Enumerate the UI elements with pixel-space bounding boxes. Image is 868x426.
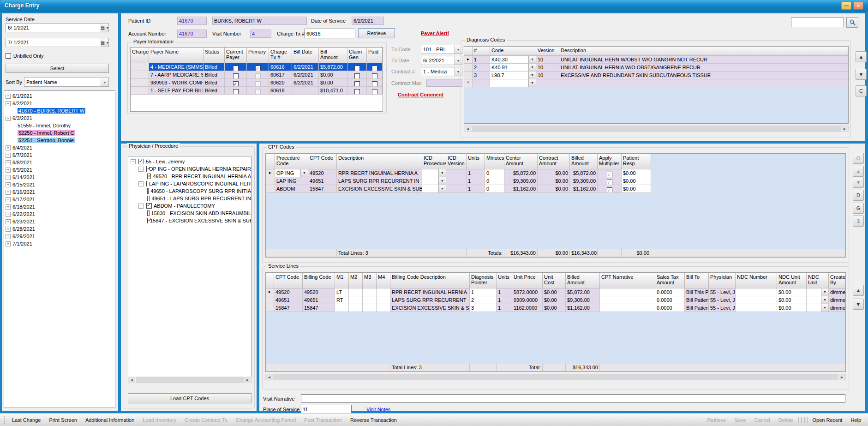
service-m4-cell[interactable] [377,296,390,304]
tree-expand-toggle[interactable]: − [6,116,11,121]
tree-patient-label[interactable]: 41670 - BURKS, ROBERT W [18,108,85,114]
service-m2-cell[interactable] [349,304,363,312]
service-m4-cell[interactable] [377,304,390,312]
tree-expand-toggle[interactable]: + [6,234,11,239]
tree-expand-toggle[interactable]: + [6,197,11,202]
cpt-row[interactable]: ABDOM15847EXCISION EXCESSIVE SKIN & SUB▼… [266,185,845,193]
service-m2-cell[interactable] [349,288,363,296]
visit-notes-link[interactable]: Visit Notes [366,407,390,412]
load-cpt-codes-button[interactable]: Load CPT Codes [128,393,251,403]
service-m1-cell[interactable] [335,304,349,312]
service-ndc_amt-cell[interactable]: $0.00 [777,296,807,304]
current-payer-checkbox[interactable] [233,81,239,87]
procedure-tree-node[interactable]: 15830 - EXCISION SKIN ABD INFRAUMBIL [130,210,251,217]
icd-procedure-dropdown[interactable]: ▼ [422,169,446,177]
apply-multiplier[interactable] [598,169,622,177]
minimize-button[interactable]: — [841,2,851,10]
cpt-d-button[interactable]: D [853,190,864,201]
service-narr-cell[interactable] [600,296,655,304]
tree-expand-toggle[interactable]: + [6,212,11,217]
tree-patient-label[interactable]: 51559 - Immel, Dorothy [18,123,71,128]
service-move-down-button[interactable]: ▼ [853,299,864,310]
date-tree-node[interactable]: +6/18/2021 [6,203,115,210]
statusbar-help-button[interactable]: Help [846,417,865,423]
date-tree-node[interactable]: −6/2/2021 [6,100,115,107]
service-m3-cell[interactable] [363,296,377,304]
paid[interactable] [367,87,383,95]
chevron-down-icon[interactable]: ▼ [821,288,828,296]
diagnosis-row[interactable]: 3L98.7▼10EXCESSIVE AND REDUNDANT SKIN SU… [464,72,848,79]
primary-checkbox[interactable] [255,66,261,71]
service-line-row[interactable]: 1584715847EXCISION EXCESSIVE SKIN & S311… [266,304,845,312]
diagnosis-move-up-button[interactable]: ▲ [856,51,867,62]
paid-checkbox[interactable] [372,66,377,71]
service-line-row[interactable]: ►4952049520LTRPR RECRT INGUINAL HERNIA11… [266,288,845,296]
unbilled-only-checkbox-row[interactable]: Unbilled Only [6,53,43,59]
procedure-checkbox[interactable] [146,166,147,172]
tree-expand-toggle[interactable]: + [6,175,11,180]
tree-expand-toggle[interactable]: − [138,204,144,209]
chevron-down-icon[interactable]: ▼ [528,79,536,87]
service-ndc-cell[interactable] [736,304,777,312]
charge-tx-input[interactable] [305,29,355,38]
date-tree-node[interactable]: +6/9/2021 [6,166,115,174]
cpt-row[interactable]: LAP ING49651LAPS SURG RPR RECURRENT IN▼1… [266,177,845,185]
cpt-o-button[interactable]: O [853,153,864,164]
cpt-move-up-button[interactable]: ▲ [853,166,864,177]
date-tree-node[interactable]: +6/16/2021 [6,188,115,196]
physician-tree-scrollbar[interactable]: ◄► [128,377,251,383]
claim-gen[interactable] [347,79,367,87]
diagnosis-code-dropdown[interactable]: ▼ [490,79,536,87]
chevron-down-icon[interactable]: ▼ [528,56,536,63]
service-narr-cell[interactable] [600,288,655,296]
unbilled-only-checkbox[interactable] [6,53,11,59]
apply-multiplier[interactable] [598,185,622,193]
patient-tree-node[interactable]: 51559 - Immel, Dorothy [6,122,115,129]
date-tree-node[interactable]: +6/17/2021 [6,196,115,203]
claim-gen-checkbox[interactable] [354,73,360,79]
payer-row[interactable]: 1 - SELF PAY FOR BILLINBilled60618$10,47… [131,87,383,95]
service-ndc-cell[interactable] [736,296,777,304]
service-ndc_amt-cell[interactable]: $0.00 [777,288,807,296]
date-tree-node[interactable]: +6/23/2021 [6,218,115,225]
claim-gen-checkbox[interactable] [354,89,360,95]
sort-by-dropdown[interactable]: Patient Name ▼ [24,78,109,87]
date-tree-node[interactable]: +6/7/2021 [6,151,115,159]
service-diag-cell[interactable]: 1 [470,288,497,296]
ndc-unit-dropdown[interactable]: ▼ [807,304,829,312]
chevron-down-icon[interactable]: ▼ [438,185,446,192]
scrollbar-thumb[interactable] [472,126,841,132]
service-lines-scrollbar[interactable]: ◄► [265,374,846,380]
service-diag-cell[interactable]: 2 [470,296,497,304]
tree-expand-toggle[interactable]: − [138,167,144,172]
cpt-g-button[interactable]: G [853,203,864,214]
diagnosis-row[interactable]: 2K40.91▼10UNILAT INGUINAL HERNIA W/O OBS… [464,64,848,72]
payer-row[interactable]: 989903 - WORK COMPBilled606206/2/2021$0.… [131,79,383,87]
calendar-dropdown-icon[interactable]: ▦▼ [101,38,108,47]
procedure-tree-node[interactable]: −OP ING - OPEN INGUINAL HERNIA REPAIR [130,165,251,173]
scroll-left-icon[interactable]: ◄ [464,126,471,132]
claim-gen[interactable] [347,63,367,71]
scroll-left-icon[interactable]: ◄ [266,374,273,380]
current-payer-checkbox[interactable] [233,89,239,95]
paid-checkbox[interactable] [372,89,377,95]
search-button[interactable] [846,17,858,28]
tx-date-dropdown[interactable]: 6/ 2/2021▼ [421,56,462,65]
tx-code-dropdown[interactable]: 101 - PRI▼ [421,45,462,54]
service-date-from-picker[interactable]: 6/ 1/2021 ▦▼ [6,23,109,32]
paid[interactable] [367,63,383,71]
paid-checkbox[interactable] [372,73,377,79]
procedure-tree-node[interactable]: 49520 - RPR RECRT INGUINAL HERNIA A [130,173,251,180]
icd-procedure-dropdown[interactable]: ▼ [422,177,446,185]
select-button[interactable]: Select [6,64,109,73]
place-of-service-input[interactable] [301,405,352,414]
procedure-tree-node[interactable]: −LAP ING - LAPAROSCOPIC INGUINAL HERNI [130,180,251,187]
current-payer-checkbox[interactable] [233,73,239,79]
primary-checkbox[interactable] [255,73,261,79]
date-tree-node[interactable]: +6/28/2021 [6,225,115,233]
service-date-to-picker[interactable]: 7/ 1/2021 ▦▼ [6,38,109,47]
paid-checkbox[interactable] [372,81,377,87]
chevron-down-icon[interactable]: ▼ [438,169,446,177]
current-payer-checkbox[interactable] [233,66,239,71]
procedure-checkbox[interactable] [138,159,144,164]
